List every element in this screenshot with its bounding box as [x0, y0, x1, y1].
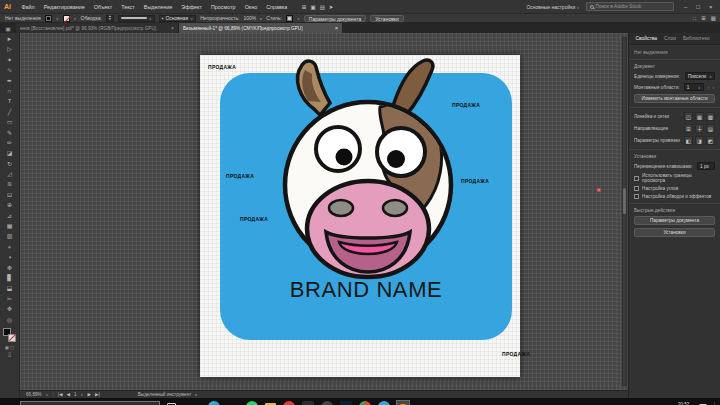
close-button[interactable]: ×	[704, 4, 717, 10]
scrollbar-thumb[interactable]	[623, 188, 626, 214]
show-guides-icon[interactable]: ⊞	[684, 124, 693, 133]
preferences-button[interactable]: Установки	[370, 15, 404, 22]
menu-item[interactable]: Файл	[17, 4, 39, 10]
screen-mode-icon[interactable]: ▯	[8, 351, 11, 357]
stroke-swatch[interactable]	[8, 334, 16, 342]
zoom-level[interactable]: 66,89%	[26, 392, 42, 397]
zoom-dropdown-icon[interactable]: ∨	[46, 392, 49, 397]
menu-item[interactable]: Редактирование	[39, 4, 89, 10]
magic-wand-tool[interactable]: ✶	[7, 55, 12, 65]
artboard-number[interactable]: 1	[74, 392, 77, 397]
menu-item[interactable]: Выделение	[139, 4, 177, 10]
close-tab-icon[interactable]: ×	[335, 25, 338, 31]
paintbrush-tool[interactable]: ✎	[7, 128, 12, 138]
artboard-nav-arrows[interactable]: ‹ ›	[708, 85, 715, 90]
graph-tool[interactable]: ▊	[7, 273, 12, 283]
eraser-tool[interactable]: ◪	[7, 148, 13, 158]
curvature-tool[interactable]: ∩	[7, 86, 11, 96]
last-artboard-icon[interactable]: ▶|	[95, 392, 100, 397]
units-dropdown[interactable]: Пиксели∨	[685, 72, 715, 80]
prev-artboard-icon[interactable]: ◀	[66, 392, 70, 397]
menu-item[interactable]: Объект	[89, 4, 116, 10]
taskbar-app-skype[interactable]: S	[378, 401, 390, 405]
scale-strokes-effects-option[interactable]: Настройка обводок и эффектов	[634, 194, 715, 199]
taskbar-search[interactable]: Введите здесь текст для поиска	[20, 401, 160, 405]
graphic-style-swatch[interactable]	[286, 15, 293, 22]
artboards-dropdown[interactable]: 1∨	[684, 83, 704, 91]
panels-icon[interactable]: ▦	[711, 15, 716, 21]
smart-guides-icon[interactable]: ▤	[706, 124, 715, 133]
sale-text[interactable]: ПРОДАЖА	[240, 216, 268, 222]
document-setup-button[interactable]: Параметры документа	[634, 216, 715, 225]
free-transform-tool[interactable]: ⊡	[7, 190, 12, 200]
scale-tool[interactable]: ◿	[7, 169, 12, 179]
brush-definition-dropdown[interactable]: ▪ Основная∨	[159, 15, 197, 22]
artboard[interactable]: BRAND NAME ПРОДАЖА ПРОДАЖА ПРОДАЖА ПРОДА…	[200, 55, 520, 377]
type-tool[interactable]: T	[8, 96, 12, 106]
minimize-button[interactable]: –	[680, 4, 692, 10]
snap-point-icon[interactable]: ◩	[706, 136, 715, 145]
menu-item[interactable]: Окно	[240, 4, 262, 10]
tab-properties[interactable]: Свойства	[632, 36, 660, 41]
taskbar-clock[interactable]: 20:52 28.12.2021	[672, 402, 695, 405]
keyboard-increment-input[interactable]: 1 px	[697, 162, 715, 170]
preferences-button[interactable]: Установки	[634, 228, 715, 237]
sale-text[interactable]: ПРОДАЖА	[208, 64, 236, 70]
tab-libraries[interactable]: Библиотеки	[679, 36, 713, 41]
blend-tool[interactable]: ◑	[8, 252, 12, 262]
taskbar-app-g[interactable]: G	[321, 401, 333, 405]
eyedropper-tool[interactable]: ⌖	[8, 242, 11, 252]
checkbox-icon[interactable]	[634, 186, 639, 191]
mesh-tool[interactable]: ▦	[7, 221, 13, 231]
variable-width-profile-dropdown[interactable]: ∨	[118, 15, 155, 22]
layout-icon[interactable]: ▣	[310, 4, 315, 10]
snap-pixel-icon[interactable]: ◨	[695, 136, 704, 145]
tab-layers[interactable]: Слои	[660, 36, 679, 41]
taskbar-app-edge[interactable]: e	[208, 401, 220, 405]
menu-item[interactable]: Текст	[117, 4, 140, 10]
document-layout-icon[interactable]: ⊞	[701, 15, 706, 21]
grid-icon[interactable]: ▦	[695, 112, 704, 121]
shape-builder-tool[interactable]: ⊕	[7, 200, 12, 210]
brand-name-text[interactable]: BRAND NAME	[220, 277, 512, 303]
app-grid-icon[interactable]: ⊞	[302, 4, 307, 10]
stray-object[interactable]	[597, 188, 601, 192]
menu-item[interactable]: Эффект	[177, 4, 207, 10]
workspace-switcher[interactable]: Основные настройки ∨	[526, 4, 579, 10]
stroke-color-swatch[interactable]	[63, 15, 70, 22]
next-artboard-icon[interactable]: ▶	[88, 392, 92, 397]
document-tab-2[interactable]: Безымянный-1* @ 66,89% (CMYK/Предпросмот…	[179, 23, 342, 33]
cow-illustration[interactable]	[278, 57, 458, 282]
transparency-grid-icon[interactable]: ▩	[706, 112, 715, 121]
restore-button[interactable]: □	[692, 4, 705, 10]
slice-tool[interactable]: ✂	[7, 294, 12, 304]
rotate-tool[interactable]: ↻	[7, 159, 12, 169]
menu-item[interactable]: Справка	[262, 4, 292, 10]
opacity-value[interactable]: 100%	[244, 15, 257, 21]
first-artboard-icon[interactable]: |◀	[58, 392, 63, 397]
taskbar-app-store[interactable]: ▥	[189, 401, 201, 405]
taskbar-app-illustrator-active[interactable]: Ai	[397, 401, 409, 405]
gradient-tool[interactable]: ▥	[7, 231, 13, 241]
artboard-dropdown-icon[interactable]: ∨	[81, 392, 84, 397]
canvas[interactable]: BRAND NAME ПРОДАЖА ПРОДАЖА ПРОДАЖА ПРОДА…	[20, 33, 628, 390]
close-tab-icon[interactable]: ×	[171, 25, 174, 31]
pen-tool[interactable]: ✒	[7, 76, 12, 86]
selection-tool[interactable]: ►	[7, 34, 13, 44]
taskbar-app-mail[interactable]: ✉	[227, 401, 239, 405]
document-setup-button[interactable]: Параметры документа	[304, 15, 366, 22]
lasso-tool[interactable]: ∿	[7, 65, 12, 75]
width-tool[interactable]: ≋	[7, 179, 12, 189]
symbol-sprayer-tool[interactable]: ❉	[7, 263, 12, 273]
draw-normal-icon[interactable]: ▣	[5, 345, 9, 350]
taskbar-app-chrome[interactable]: ●	[359, 401, 371, 405]
taskbar-app-photoshop[interactable]: Ps	[340, 401, 352, 405]
stroke-weight-stepper[interactable]: ▴▾	[106, 15, 114, 22]
sale-text[interactable]: ПРОДАЖА	[502, 351, 530, 357]
menu-item[interactable]: Просмотр	[207, 4, 241, 10]
adobe-stock-search[interactable]: Поиск в Adobe Stock	[586, 2, 674, 11]
zoom-tool[interactable]: ◎	[7, 315, 12, 325]
rectangle-tool[interactable]: ▭	[7, 117, 13, 127]
perspective-grid-tool[interactable]: ⊿	[7, 211, 12, 221]
line-segment-tool[interactable]: ╱	[8, 107, 12, 117]
